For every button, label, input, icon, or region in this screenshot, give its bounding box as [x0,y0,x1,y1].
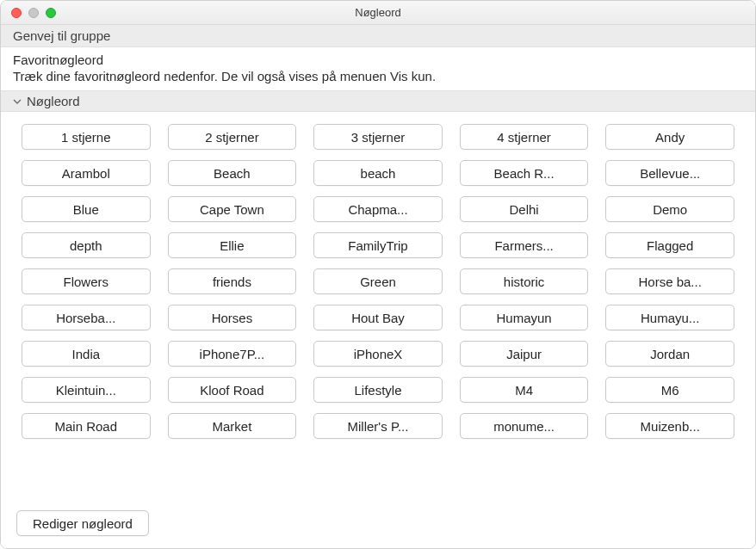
keyword-button[interactable]: historic [460,268,589,294]
keyword-button[interactable]: Hout Bay [313,305,443,330]
keyword-button[interactable]: Ellie [168,232,297,258]
keyword-button[interactable]: Bellevue... [605,160,734,186]
keyword-button[interactable]: Flagged [605,232,734,258]
keyword-button[interactable]: Horses [168,305,297,330]
favorites-title: Favoritnøgleord [13,52,743,67]
keyword-button[interactable]: 4 stjerner [460,124,589,150]
keywords-window: Nøgleord Genvej til gruppe Favoritnøgleo… [0,0,756,549]
window-title: Nøgleord [1,6,755,19]
keyword-button[interactable]: Arambol [22,160,151,186]
keyword-button[interactable]: iPhone7P... [168,341,297,367]
keyword-button[interactable]: Humayun [460,305,589,330]
group-shortcut-header: Genvej til gruppe [1,25,755,47]
keyword-button[interactable]: M6 [605,377,734,403]
keywords-header-label: Nøgleord [27,94,80,108]
keyword-button[interactable]: Beach R... [460,160,589,186]
traffic-lights [1,8,56,18]
keyword-button[interactable]: Horse ba... [605,268,734,294]
edit-keywords-button[interactable]: Rediger nøgleord [16,510,149,536]
keyword-button[interactable]: Market [168,413,297,439]
keyword-button[interactable]: Muizenb... [605,413,734,439]
keywords-section-header[interactable]: Nøgleord [1,90,755,112]
favorites-subtitle: Træk dine favoritnøgleord nedenfor. De v… [13,69,743,83]
favorites-section: Favoritnøgleord Træk dine favoritnøgleor… [1,47,755,90]
keyword-button[interactable]: Cape Town [168,196,297,222]
keyword-button[interactable]: 1 stjerne [22,124,151,150]
keyword-button[interactable]: 3 stjerner [313,124,443,150]
maximize-button[interactable] [46,8,56,18]
keyword-button[interactable]: 2 stjerner [168,124,297,150]
keyword-button[interactable]: Flowers [22,268,151,294]
keyword-button[interactable]: India [22,341,151,367]
keyword-button[interactable]: Beach [168,160,297,186]
titlebar: Nøgleord [1,1,755,25]
keyword-button[interactable]: M4 [460,377,589,403]
keyword-button[interactable]: Jordan [605,341,734,367]
keyword-button[interactable]: Farmers... [460,232,589,258]
keyword-button[interactable]: Jaipur [460,341,589,367]
keyword-button[interactable]: Kloof Road [168,377,297,403]
keyword-button[interactable]: FamilyTrip [313,232,443,258]
keyword-button[interactable]: Chapma... [313,196,443,222]
keyword-button[interactable]: Horseba... [22,305,151,330]
keyword-button[interactable]: Main Road [22,413,151,439]
keyword-button[interactable]: Miller's P... [313,413,443,439]
keyword-button[interactable]: Lifestyle [313,377,443,403]
keyword-grid: 1 stjerne2 stjerner3 stjerner4 stjernerA… [1,112,755,502]
keyword-button[interactable]: Blue [22,196,151,222]
footer: Rediger nøgleord [1,502,755,548]
keyword-button[interactable]: depth [22,232,151,258]
keyword-button[interactable]: Andy [605,124,734,150]
minimize-button[interactable] [28,8,39,18]
keyword-button[interactable]: beach [313,160,443,186]
keyword-button[interactable]: iPhoneX [313,341,443,367]
close-button[interactable] [11,8,22,18]
keyword-button[interactable]: Green [313,268,443,294]
chevron-down-icon [13,97,22,106]
keyword-button[interactable]: monume... [460,413,589,439]
keyword-button[interactable]: Kleintuin... [22,377,151,403]
keyword-button[interactable]: friends [168,268,297,294]
keyword-button[interactable]: Demo [605,196,734,222]
keyword-button[interactable]: Delhi [460,196,589,222]
keyword-button[interactable]: Humayu... [605,305,734,330]
